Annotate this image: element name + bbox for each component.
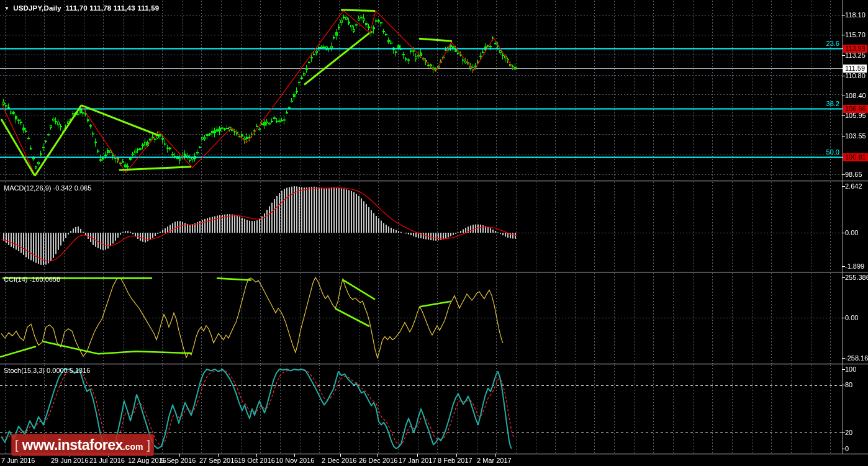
date-tick-label: 10 Nov 2016 [276,457,314,464]
date-tick-label: 2 Mar 2017 [477,457,512,464]
date-tick-label: 26 Dec 2016 [359,457,397,464]
stoch-indicator-label: Stoch(15,3,3) 0.0000 5.1316 [4,367,90,374]
symbol-period-label: USDJPY,Daily [13,4,61,12]
axis-tick-label: 0.00 [845,314,858,322]
axis-tick-label: 103.55 [845,132,866,140]
axis-tick-label: 110.80 [845,72,866,80]
chart-canvas[interactable] [0,0,868,466]
watermark-open-bracket: [ [15,438,19,452]
axis-tick-label: -1.899 [845,262,864,271]
macd-indicator-label: MACD(12,26,9) -0.342 0.065 [4,184,91,192]
date-tick-label: 5 Sep 2016 [161,457,196,464]
symbol-dropdown-icon[interactable]: ▼ [4,6,9,11]
date-tick-label: 19 Oct 2016 [238,457,275,464]
date-tick-label: 17 Jan 2017 [399,457,436,464]
axis-tick-label: 20 [845,429,852,437]
fib-level-label: 23.6 [802,40,839,47]
date-tick-label: 27 Sep 2016 [199,457,238,464]
date-tick-label: 2 Dec 2016 [322,457,356,464]
axis-tick-label: 108.40 [845,92,866,100]
axis-tick-label: 255.3869 [845,274,868,282]
axis-tick-label: 2.642 [845,182,862,190]
axis-tick-label: 118.10 [845,11,866,19]
axis-tick-label: 100 [845,365,856,374]
axis-tick-label: 113.25 [845,52,866,60]
trading-chart-window: ▼USDJPY,Daily 111,70 111,78 111,43 111,5… [0,0,868,466]
axis-tick-label: 115.70 [845,31,866,39]
chart-title: ▼USDJPY,Daily 111,70 111,78 111,43 111,5… [4,4,159,12]
axis-tick-label: 0.00 [845,229,858,237]
date-tick-label: 7 Jun 2016 [1,457,35,464]
date-tick-label: 29 Jun 2016 [51,457,89,464]
axis-tick-label: -258.166 [845,354,868,362]
axis-tick-label: 80 [845,381,852,389]
axis-tick-label: 98.65 [845,171,862,179]
fib-level-label: 38.2 [802,100,839,107]
axis-tick-label: 105.95 [845,112,866,120]
axis-tick-label: 0 [845,445,849,453]
watermark-close-bracket: ] [147,438,150,452]
fib-level-label: 50.0 [802,148,839,156]
price-badge: 100.81 [843,153,868,161]
date-tick-label: 21 Jul 2016 [89,457,125,464]
instaforex-watermark: [ www.instaforex .com ] [11,434,154,456]
cci-indicator-label: CCI(14) -160.0658 [4,276,60,283]
watermark-brand-text: www.instaforex [22,437,123,454]
watermark-tld-text: .com [123,442,143,452]
date-tick-label: 8 Feb 2017 [438,457,472,464]
ohlc-values: 111,70 111,78 111,43 111,59 [66,4,160,12]
